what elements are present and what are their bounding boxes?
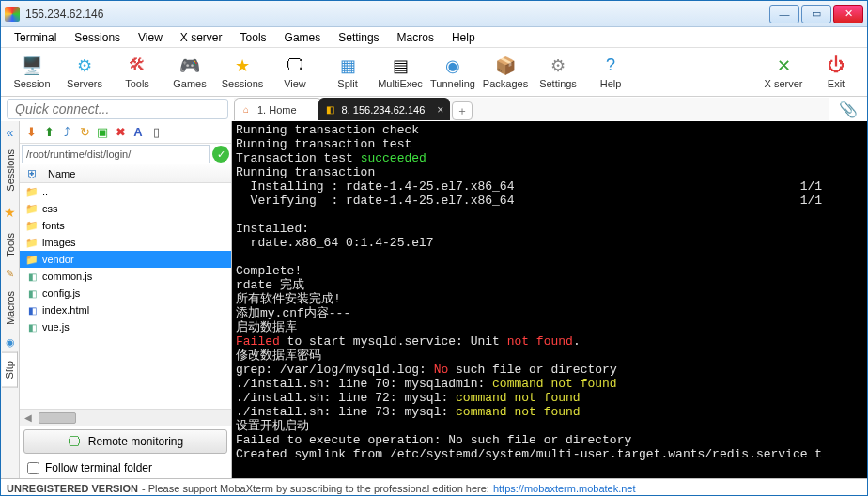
upload-icon[interactable]: ⬆ [41, 125, 56, 140]
folder-up-icon: 📁 [25, 186, 39, 198]
exit-icon: ⏻ [826, 55, 846, 76]
side-tab-sftp[interactable]: Sftp [2, 352, 18, 388]
new-folder-icon[interactable]: ▣ [95, 125, 110, 140]
multiexec-icon: ▤ [390, 55, 411, 76]
split-icon: ▦ [337, 55, 358, 76]
sftp-path-input[interactable] [22, 145, 210, 163]
text-icon[interactable]: A [131, 125, 146, 140]
sftp-toolbar: ⬇ ⬆ ⤴ ↻ ▣ ✖ A ▯ [20, 121, 231, 144]
tab-home[interactable]: ⌂ 1. Home [234, 98, 322, 120]
tunneling-icon: ◉ [442, 55, 463, 76]
multiexec-button[interactable]: ▤MultiExec [375, 51, 426, 94]
folder-icon: 📁 [25, 237, 39, 249]
menu-help[interactable]: Help [444, 29, 483, 46]
terminal-icon: ◧ [325, 104, 336, 116]
globe-icon[interactable]: ◉ [6, 334, 15, 350]
view-button[interactable]: 🖵View [270, 51, 320, 94]
menu-tools[interactable]: Tools [233, 29, 274, 46]
name-column[interactable]: Name [42, 168, 81, 179]
file-row[interactable]: 📁images [20, 234, 231, 251]
tab-close-icon[interactable]: × [437, 103, 443, 116]
parent-dir-icon[interactable]: ⤴ [59, 125, 74, 140]
tools-button[interactable]: 🛠Tools [112, 51, 163, 94]
minimize-button[interactable]: — [769, 5, 799, 23]
folder-icon: 📁 [25, 254, 39, 266]
toolbar: 🖥️Session ⚙Servers 🛠Tools 🎮Games ★Sessio… [1, 48, 867, 97]
tools-icon: 🛠 [127, 55, 147, 76]
collapse-icon[interactable]: « [7, 125, 14, 140]
pencil-icon[interactable]: ✎ [6, 266, 14, 282]
file-row[interactable]: 📁css [20, 200, 231, 217]
side-rail: « Sessions ★ Tools ✎ Macros ◉ Sftp [1, 121, 20, 478]
packages-button[interactable]: 📦Packages [480, 51, 531, 94]
games-button[interactable]: 🎮Games [164, 51, 215, 94]
file-row[interactable]: 📁vendor [20, 251, 231, 268]
app-icon [5, 7, 20, 22]
status-link[interactable]: https://mobaxterm.mobatek.net [493, 483, 636, 494]
view-icon: 🖵 [285, 55, 305, 76]
folder-icon: 📁 [25, 220, 39, 232]
help-button[interactable]: ?Help [585, 51, 636, 94]
side-tab-sessions[interactable]: Sessions [3, 142, 18, 199]
unregistered-label: UNREGISTERED VERSION [7, 483, 138, 494]
scroll-left-icon[interactable]: ◀ [20, 412, 37, 423]
help-icon: ? [600, 55, 621, 76]
tunneling-button[interactable]: ◉Tunneling [427, 51, 478, 94]
side-tab-tools[interactable]: Tools [3, 225, 18, 265]
star-icon[interactable]: ★ [4, 201, 16, 224]
file-name: vendor [42, 254, 74, 265]
xserver-button[interactable]: ✕X server [758, 51, 809, 94]
file-row[interactable]: ◧vue.js [20, 318, 231, 335]
maximize-button[interactable]: ▭ [801, 5, 831, 23]
menubar: Terminal Sessions View X server Tools Ga… [1, 27, 867, 48]
download-icon[interactable]: ⬇ [23, 125, 39, 140]
menu-view[interactable]: View [131, 29, 170, 46]
games-icon: 🎮 [179, 55, 200, 76]
remote-monitoring-button[interactable]: 🖵 Remote monitoring [23, 429, 227, 454]
file-name: config.js [42, 287, 80, 299]
home-icon: ⌂ [240, 104, 252, 116]
close-button[interactable]: ✕ [833, 5, 863, 23]
file-name: css [42, 203, 58, 214]
split-button[interactable]: ▦Split [322, 51, 373, 94]
side-tab-macros[interactable]: Macros [3, 284, 18, 333]
file-row[interactable]: ◧index.html [20, 302, 231, 318]
sessions-button[interactable]: ★Sessions [217, 51, 268, 94]
settings-button[interactable]: ⚙Settings [533, 51, 583, 94]
file-row[interactable]: 📁fonts [20, 217, 231, 234]
file-row[interactable]: ◧common.js [20, 268, 231, 285]
scroll-thumb[interactable] [39, 412, 76, 424]
file-row[interactable]: 📁.. [20, 183, 231, 200]
menu-xserver[interactable]: X server [173, 29, 230, 46]
tab-strip: ⌂ 1. Home ◧ 8. 156.234.62.146 × ＋ [234, 98, 829, 120]
servers-icon: ⚙ [74, 55, 95, 76]
file-name: images [42, 237, 75, 248]
refresh-icon[interactable]: ↻ [77, 125, 92, 140]
tab-add-button[interactable]: ＋ [452, 101, 473, 120]
file-name: .. [42, 186, 48, 197]
file-name: common.js [42, 271, 92, 282]
menu-settings[interactable]: Settings [331, 29, 386, 46]
session-button[interactable]: 🖥️Session [7, 51, 57, 94]
menu-macros[interactable]: Macros [390, 29, 442, 46]
paperclip-icon[interactable]: 📎 [835, 101, 861, 118]
delete-icon[interactable]: ✖ [113, 125, 128, 140]
terminal-output[interactable]: Running transaction check Running transa… [232, 121, 867, 478]
follow-terminal-label: Follow terminal folder [45, 461, 152, 474]
follow-terminal-row: Follow terminal folder [20, 457, 231, 478]
follow-terminal-checkbox[interactable] [27, 462, 39, 474]
tab-active-session[interactable]: ◧ 8. 156.234.62.146 × [318, 98, 451, 120]
file-name: fonts [42, 220, 65, 231]
horizontal-scrollbar[interactable]: ◀ [20, 409, 231, 426]
menu-games[interactable]: Games [277, 29, 329, 46]
js-file-icon: ◧ [25, 288, 39, 299]
status-message: - Please support MobaXterm by subscribin… [142, 483, 489, 494]
shield-icon: ⛨ [23, 167, 42, 180]
quick-connect-input[interactable] [7, 99, 228, 119]
menu-terminal[interactable]: Terminal [7, 29, 64, 46]
servers-button[interactable]: ⚙Servers [59, 51, 110, 94]
exit-button[interactable]: ⏻Exit [811, 51, 861, 94]
menu-sessions[interactable]: Sessions [67, 29, 128, 46]
edit-icon[interactable]: ▯ [148, 125, 163, 140]
file-row[interactable]: ◧config.js [20, 285, 231, 302]
